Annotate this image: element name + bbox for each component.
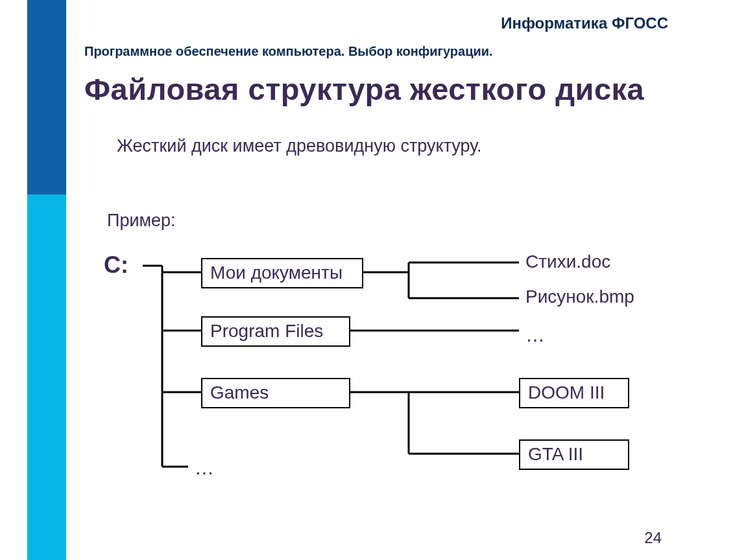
sidebar-band-darkblue (27, 0, 66, 194)
folder-games: Games (201, 378, 350, 408)
folder-program-files: Program Files (201, 316, 350, 347)
program-files-more: … (525, 324, 545, 346)
folder-gta-iii: GTA III (519, 439, 629, 470)
tree-root-label: C: (104, 251, 128, 279)
folder-doom-iii: DOOM III (519, 378, 629, 408)
page-number: 24 (644, 529, 662, 547)
sidebar-band-cyan (27, 194, 66, 560)
example-label: Пример: (107, 211, 176, 231)
file-stihi-doc: Стихи.doc (525, 251, 610, 272)
breadcrumb: Программное обеспечение компьютера. Выбо… (84, 44, 493, 59)
course-tag: Информатика ФГОСС (501, 14, 668, 32)
file-risunok-bmp: Рисунок.bmp (525, 286, 634, 307)
file-tree-diagram: C: Мои документы Program Files Games … С… (104, 246, 727, 519)
folder-my-documents: Мои документы (201, 258, 363, 288)
intro-text: Жесткий диск имеет древовидную структуру… (117, 136, 482, 156)
folder-more: … (195, 457, 214, 479)
page-title: Файловая структура жесткого диска (84, 71, 644, 107)
